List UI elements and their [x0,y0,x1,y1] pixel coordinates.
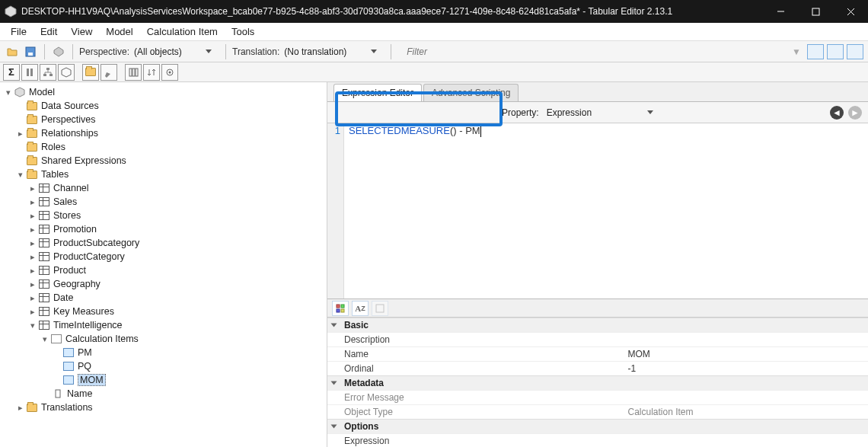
tree-node-table[interactable]: ▸Channel [0,181,327,195]
svg-rect-11 [43,74,46,76]
folder-icon [27,171,37,179]
tree-node-table[interactable]: ▸ProductCategory [0,250,327,263]
svg-rect-10 [46,68,49,70]
svg-rect-27 [337,309,340,312]
menu-file[interactable]: File [11,26,27,37]
table-icon [39,238,49,247]
property-pages-icon[interactable] [372,301,388,316]
property-value: Expression [547,107,592,118]
pg-row[interactable]: NameMOM [327,346,868,361]
nav-back-button[interactable]: ◄ [830,106,844,120]
tree-node-relationships[interactable]: ▸Relationships [0,126,327,140]
editor-toolbar: Property: Expression ◄ ► [327,102,868,123]
menu-bar: File Edit View Model Calculation Item To… [0,23,868,41]
pg-row[interactable]: Description [327,332,868,346]
svg-rect-19 [132,69,135,76]
tree-node-calc-item-pq[interactable]: PQ [0,359,327,373]
pg-category-options[interactable]: Options [327,419,868,433]
cube-icon[interactable] [58,64,75,81]
categorized-icon[interactable] [332,301,349,316]
deploy-icon[interactable] [51,44,66,59]
app-icon [5,5,17,18]
settings-icon[interactable] [161,64,178,81]
minimize-button[interactable] [763,0,798,23]
calc-item-icon [63,362,74,371]
sort-icon[interactable] [143,64,160,81]
tree-node-name-column[interactable]: Name [0,387,327,401]
tree-node-table[interactable]: ▸Promotion [0,222,327,236]
main-toolbar: Perspective: (All objects) Translation: … [0,41,868,62]
tree-node-calc-item-pm[interactable]: PM [0,346,327,359]
tree-node-shared-expressions[interactable]: Shared Expressions [0,154,327,168]
tab-expression-editor[interactable]: Expression Editor [333,84,422,101]
code-area[interactable]: SELECTEDMEASURE() - PM [344,123,868,299]
open-icon[interactable] [5,44,20,59]
tree-node-table[interactable]: ▸ProductSubcategory [0,236,327,250]
table-icon [39,307,49,316]
sigma-icon[interactable]: Σ [3,64,20,81]
column-icon[interactable] [21,64,38,81]
tree-node-table[interactable]: ▸Sales [0,195,327,209]
pg-row: Error Message [327,390,868,404]
svg-rect-2 [812,8,819,15]
menu-edit[interactable]: Edit [40,26,57,37]
tree-node-model[interactable]: ▾ Model [0,85,327,99]
folder-icon[interactable] [82,64,99,81]
calc-items-icon [51,334,62,343]
view-mode-1[interactable] [807,44,824,59]
table-icon [39,211,49,220]
calc-item-icon [63,375,74,385]
pg-category-metadata[interactable]: Metadata [327,375,868,390]
maximize-button[interactable] [798,0,833,23]
cube-icon [14,86,26,98]
line-gutter: 1 [327,123,344,299]
columns-icon[interactable] [125,64,142,81]
menu-model[interactable]: Model [106,26,132,37]
tree-node-table[interactable]: ▸Stores [0,209,327,222]
save-icon[interactable] [23,44,38,59]
tab-advanced-scripting[interactable]: Advanced Scripting [423,84,519,101]
window-titlebar: DESKTOP-HH1V9AQ\AnalysisServicesWorkspac… [0,0,868,23]
tree-node-table[interactable]: ▸Date [0,291,327,305]
svg-rect-8 [27,69,29,76]
expression-editor[interactable]: 1 SELECTEDMEASURE() - PM [327,123,868,299]
tree-node-tables[interactable]: ▾Tables [0,168,327,181]
filter-icon[interactable]: ▼ [789,44,804,59]
pg-category-basic[interactable]: Basic [327,318,868,332]
tree-node-table[interactable]: ▸Geography [0,277,327,291]
pg-row[interactable]: Expression [327,433,868,447]
close-button[interactable] [833,0,868,23]
tree-node-datasources[interactable]: Data Sources [0,99,327,113]
code-rest: () - PM [450,125,480,136]
pg-row[interactable]: Ordinal-1 [327,361,868,375]
tree-toolbar: Σ [0,62,868,82]
menu-calculation-item[interactable]: Calculation Item [147,26,218,37]
svg-rect-6 [28,53,33,56]
alphabetical-icon[interactable]: AZ [352,301,369,316]
translation-dropdown[interactable]: Translation: (No translation) [232,46,377,57]
tree-node-table[interactable]: ▸Product [0,263,327,277]
nav-forward-button[interactable]: ► [848,106,862,120]
tree-node-perspectives[interactable]: Perspectives [0,113,327,126]
tree-node-calc-item-mom[interactable]: MOM [0,373,327,387]
model-tree[interactable]: ▾ Model Data Sources Perspectives ▸Relat… [0,82,327,447]
edit-icon[interactable] [101,64,117,81]
svg-rect-20 [136,69,138,76]
view-mode-3[interactable] [847,44,863,59]
filter-input[interactable] [404,45,786,59]
menu-view[interactable]: View [71,26,92,37]
translation-label: Translation: [232,46,279,57]
property-dropdown[interactable]: Expression [547,107,653,118]
tree-node-calculation-items[interactable]: ▾Calculation Items [0,332,327,346]
svg-rect-9 [30,69,33,76]
tree-node-roles[interactable]: Roles [0,140,327,154]
tree-node-table[interactable]: ▸Key Measures [0,305,327,318]
tree-node-timeintelligence[interactable]: ▾TimeIntelligence [0,318,327,332]
view-mode-2[interactable] [827,44,844,59]
hierarchy-icon[interactable] [40,64,56,81]
chevron-down-icon [206,49,212,53]
property-grid[interactable]: Basic Description NameMOM Ordinal-1 Meta… [327,318,868,447]
perspective-dropdown[interactable]: Perspective: (All objects) [79,46,212,57]
menu-tools[interactable]: Tools [231,26,254,37]
tree-node-translations[interactable]: ▸Translations [0,401,327,414]
